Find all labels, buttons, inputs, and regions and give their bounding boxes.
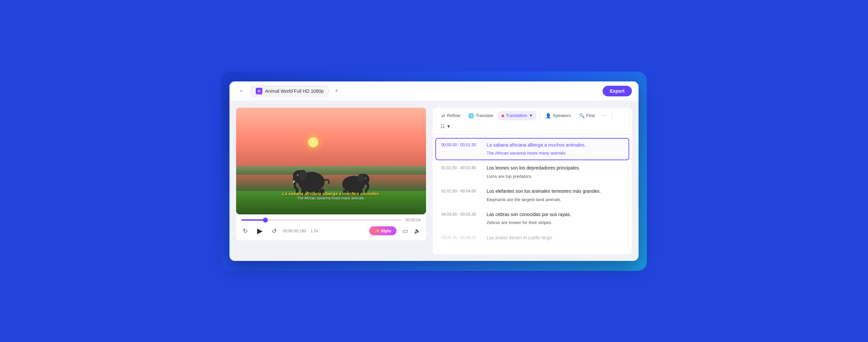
more-button[interactable]: ··· xyxy=(599,111,609,120)
subtitle-time-2: 02:02.80 - 00:04.00 xyxy=(441,188,481,194)
reflow-button[interactable]: ⇄ Reflow xyxy=(438,111,464,120)
back-icon: ← xyxy=(239,88,245,94)
view-button[interactable]: ☷ ▼ xyxy=(438,122,454,131)
left-panel: La sabana africana alberga a muchos anim… xyxy=(236,108,426,254)
progress-bar[interactable] xyxy=(242,219,402,221)
subtitles-list[interactable]: 00:00.00 - 00:01.50 La sabana africana a… xyxy=(433,135,632,254)
translation-dropdown-icon: ▼ xyxy=(529,113,533,118)
speed-display: 1.0x xyxy=(311,229,318,233)
view-icon: ☷ ▼ xyxy=(441,124,451,129)
style-button-label: ✨ Style xyxy=(374,228,392,233)
forward-button[interactable]: ↺ xyxy=(270,226,278,236)
tab-item[interactable]: w Animal World Full HD 1080p xyxy=(251,86,329,97)
progress-fill xyxy=(242,219,266,221)
subtitle-translated-2: Elephants are the largest land animals. xyxy=(487,197,623,203)
forward-icon: ↺ xyxy=(272,227,277,235)
progress-thumb[interactable] xyxy=(263,218,268,223)
subtitle-row-1[interactable]: 01:01.50 - 00:02.80 Los leones son los d… xyxy=(435,161,629,183)
screen-icon: ▭ xyxy=(402,227,408,235)
subtitle-original-4: Las jirafas tienen el cuello largo. xyxy=(487,235,623,241)
speakers-label: Speakers xyxy=(553,113,571,118)
subtitle-texts-2: Los elefantes son los animales terrestre… xyxy=(487,188,623,203)
tab-icon: w xyxy=(256,88,262,94)
subtitle-time-0: 00:00.00 - 00:01.50 xyxy=(441,142,481,147)
reflow-icon: ⇄ xyxy=(441,113,445,118)
rewind-button[interactable]: ↻ xyxy=(242,226,249,236)
speakers-button[interactable]: 👤 Speakers xyxy=(542,111,575,120)
translate-icon: 🌐 xyxy=(468,113,474,118)
toolbar: ⇄ Reflow 🌐 Translate ■ Translation ▼ � xyxy=(433,108,632,135)
find-label: Find xyxy=(586,113,595,118)
volume-icon: 🔈 xyxy=(414,228,421,234)
tab-title: Animal World Full HD 1080p xyxy=(265,89,323,94)
subtitle-time-1: 01:01.50 - 00:02.80 xyxy=(441,165,481,170)
subtitle-texts-1: Los leones son los depredadores principa… xyxy=(487,165,623,179)
translation-label: Translation xyxy=(506,113,527,118)
subtitle-original-1: Los leones son los depredadores principa… xyxy=(487,165,623,171)
translate-label: Translate xyxy=(475,113,494,118)
find-icon: 🔍 xyxy=(579,113,585,118)
svg-point-10 xyxy=(358,174,364,182)
svg-point-2 xyxy=(299,170,307,180)
style-button[interactable]: ✨ Style xyxy=(369,226,397,235)
add-tab-icon: + xyxy=(335,88,338,94)
video-subtitle-original: La sabana africana alberga a muchos anim… xyxy=(240,191,423,196)
subtitle-original-0: La sabana africana alberga a muchos anim… xyxy=(487,142,623,148)
right-panel: ⇄ Reflow 🌐 Translate ■ Translation ▼ � xyxy=(433,108,632,254)
video-subtitles: La sabana africana alberga a muchos anim… xyxy=(236,190,426,201)
video-controls: 00:00:04 ↻ ▶ ↺ 00:00:00.180 1.0x xyxy=(236,214,426,240)
svg-point-15 xyxy=(365,178,366,179)
subtitle-translated-0: The African savanna hosts many animals. xyxy=(487,150,623,156)
toolbar-divider xyxy=(539,112,539,119)
sun-decoration xyxy=(308,137,318,147)
add-tab-button[interactable]: + xyxy=(332,86,341,96)
translate-button[interactable]: 🌐 Translate xyxy=(465,111,497,120)
translation-button[interactable]: ■ Translation ▼ xyxy=(498,111,536,120)
rewind-icon: ↻ xyxy=(243,227,248,235)
translation-icon: ■ xyxy=(501,113,504,118)
subtitle-time-3: 04:04.00 - 00:05.30 xyxy=(441,211,481,217)
timestamp-display: 00:00:00.180 xyxy=(283,229,306,233)
subtitle-row-2[interactable]: 02:02.80 - 00:04.00 Los elefantes son lo… xyxy=(435,184,629,207)
subtitle-texts-0: La sabana africana alberga a muchos anim… xyxy=(487,142,623,157)
back-button[interactable]: ← xyxy=(236,86,247,96)
play-icon: ▶ xyxy=(257,227,263,235)
more-icon: ··· xyxy=(602,113,606,118)
play-button[interactable]: ▶ xyxy=(254,225,266,237)
subtitle-translated-1: Lions are top predators. xyxy=(487,173,623,179)
subtitle-translated-3: Zebras are known for their stripes. xyxy=(487,220,623,226)
screen-button[interactable]: ▭ xyxy=(401,226,409,236)
video-subtitle-translation: The African savanna hosts many animals. xyxy=(240,196,423,200)
speakers-icon: 👤 xyxy=(546,113,551,118)
reflow-label: Reflow xyxy=(447,113,460,118)
subtitle-row-0[interactable]: 00:00.00 - 00:01.50 La sabana africana a… xyxy=(435,138,629,161)
video-player[interactable]: La sabana africana alberga a muchos anim… xyxy=(236,108,426,214)
subtitle-texts-4: Las jirafas tienen el cuello largo. xyxy=(487,235,623,241)
subtitle-texts-3: Las cebras son conocidas por sus rayas. … xyxy=(487,211,623,226)
find-button[interactable]: 🔍 Find xyxy=(576,111,598,120)
svg-point-7 xyxy=(297,174,298,176)
subtitle-original-2: Los elefantes son los animales terrestre… xyxy=(487,188,623,195)
subtitle-time-4: 05:05.30 - 00:06.20 xyxy=(441,235,481,240)
toolbar-divider-2 xyxy=(612,112,612,119)
export-button[interactable]: Export xyxy=(602,86,632,96)
tab-icon-letter: w xyxy=(258,89,260,93)
subtitle-row-4[interactable]: 05:05.30 - 00:06.20 Las jirafas tienen e… xyxy=(435,231,629,245)
time-total: 00:00:04 xyxy=(405,218,421,223)
volume-button[interactable]: 🔈 xyxy=(414,228,421,234)
subtitle-row-3[interactable]: 04:04.00 - 00:05.30 Las cebras son conoc… xyxy=(435,207,629,230)
subtitle-original-3: Las cebras son conocidas por sus rayas. xyxy=(487,211,623,218)
